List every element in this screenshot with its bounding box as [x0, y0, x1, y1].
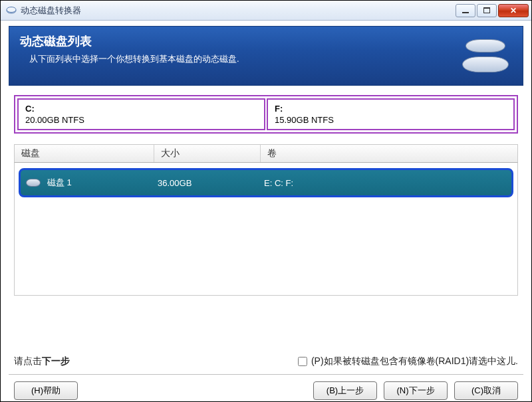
partition-details: 20.00GB NTFS: [25, 115, 257, 125]
row-disk-name: 磁盘 1: [47, 177, 72, 189]
row-volumes-cell: E: C: F:: [264, 178, 506, 188]
svg-point-1: [7, 7, 16, 12]
maximize-button[interactable]: [477, 4, 497, 17]
app-icon: [6, 5, 17, 16]
row-size-cell: 36.00GB: [158, 178, 264, 188]
hint-text: 请点击下一步: [14, 355, 70, 367]
table-header: 磁盘 大小 卷: [14, 144, 518, 163]
col-header-disk[interactable]: 磁盘: [15, 145, 154, 162]
disk-illustration-icon: [459, 33, 512, 78]
disk-table: 磁盘 大小 卷 磁盘 1 36.00GB E: C: F:: [14, 144, 518, 296]
partition-c[interactable]: C: 20.00GB NTFS: [17, 98, 265, 130]
disk-icon: [26, 179, 41, 187]
hint-row: 请点击下一步 (P)如果被转磁盘包含有镜像卷(RAID1)请选中这儿.: [9, 353, 523, 375]
partition-drive-label: C:: [25, 104, 257, 114]
minimize-button[interactable]: [456, 4, 475, 17]
header-banner: 动态磁盘列表 从下面列表中选择一个你想转换到基本磁盘的动态磁盘.: [9, 26, 523, 86]
button-row: (H)帮助 (B)上一步 (N)下一步 (C)取消: [9, 381, 523, 400]
table-body: 磁盘 1 36.00GB E: C: F:: [14, 163, 518, 296]
next-button[interactable]: (N)下一步: [384, 381, 448, 400]
window-controls: ✕: [456, 4, 529, 17]
banner-heading: 动态磁盘列表: [20, 33, 459, 49]
raid1-checkbox[interactable]: [298, 357, 307, 366]
row-disk-cell: 磁盘 1: [26, 177, 158, 189]
cancel-button[interactable]: (C)取消: [454, 381, 518, 400]
col-header-volumes[interactable]: 卷: [261, 145, 517, 162]
close-button[interactable]: ✕: [498, 4, 529, 17]
window-title: 动态磁盘转换器: [21, 5, 456, 17]
table-row[interactable]: 磁盘 1 36.00GB E: C: F:: [19, 168, 513, 197]
partition-drive-label: F:: [275, 104, 507, 114]
titlebar: 动态磁盘转换器 ✕: [1, 1, 531, 21]
banner-subtext: 从下面列表中选择一个你想转换到基本磁盘的动态磁盘.: [20, 53, 459, 65]
partition-bar: C: 20.00GB NTFS F: 15.90GB NTFS: [14, 95, 518, 134]
help-button[interactable]: (H)帮助: [14, 381, 78, 400]
col-header-size[interactable]: 大小: [154, 145, 261, 162]
back-button[interactable]: (B)上一步: [313, 381, 377, 400]
partition-details: 15.90GB NTFS: [275, 115, 507, 125]
raid1-checkbox-label[interactable]: (P)如果被转磁盘包含有镜像卷(RAID1)请选中这儿.: [298, 355, 518, 367]
partition-f[interactable]: F: 15.90GB NTFS: [267, 98, 515, 130]
